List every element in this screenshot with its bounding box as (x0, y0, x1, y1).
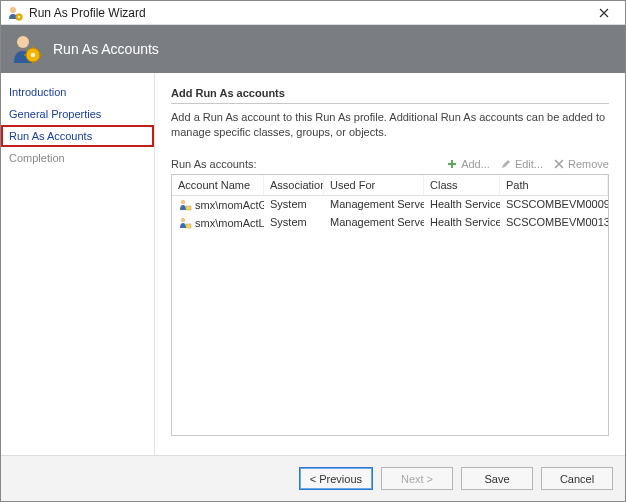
wizard-sidebar: Introduction General Properties Run As A… (1, 73, 155, 455)
accounts-toolbar: Run As accounts: Add... Edit... (171, 158, 609, 170)
svg-point-5 (31, 53, 35, 57)
cell-account: smx\momActLowG (195, 217, 264, 229)
wizard-step-title: Run As Accounts (53, 41, 159, 57)
cell-path: SCSCOMBEVM00099.sm (500, 196, 608, 214)
table-row[interactable]: smx\momActGMSA$ System Management Server… (172, 196, 608, 214)
svg-rect-15 (186, 224, 191, 228)
plus-icon (446, 158, 458, 170)
sidebar-item-introduction[interactable]: Introduction (1, 81, 154, 103)
col-account-name[interactable]: Account Name (172, 175, 264, 195)
sidebar-item-completion[interactable]: Completion (1, 147, 154, 169)
content-description: Add a Run As account to this Run As prof… (171, 110, 609, 140)
app-icon (7, 5, 23, 21)
cell-used-for: Management Server (324, 214, 424, 232)
svg-point-0 (10, 7, 16, 13)
previous-button[interactable]: < Previous (299, 467, 373, 490)
x-icon (553, 158, 565, 170)
cell-class: Health Service (424, 196, 500, 214)
account-icon (178, 198, 192, 212)
sidebar-item-run-as-accounts[interactable]: Run As Accounts (1, 125, 154, 147)
content-heading: Add Run As accounts (171, 87, 609, 104)
remove-button[interactable]: Remove (553, 158, 609, 170)
edit-label: Edit... (515, 158, 543, 170)
add-label: Add... (461, 158, 490, 170)
wizard-header: Run As Accounts (1, 25, 625, 73)
cell-account: smx\momActGMSA$ (195, 199, 264, 211)
svg-rect-11 (448, 163, 456, 165)
col-association[interactable]: Association (264, 175, 324, 195)
wizard-content: Add Run As accounts Add a Run As account… (155, 73, 625, 455)
cancel-button[interactable]: Cancel (541, 467, 613, 490)
edit-button[interactable]: Edit... (500, 158, 543, 170)
sidebar-item-general-properties[interactable]: General Properties (1, 103, 154, 125)
close-button[interactable] (589, 3, 619, 23)
pencil-icon (500, 158, 512, 170)
svg-rect-13 (186, 206, 191, 210)
cell-association: System (264, 214, 324, 232)
wizard-body: Introduction General Properties Run As A… (1, 73, 625, 455)
svg-point-12 (181, 199, 185, 203)
add-button[interactable]: Add... (446, 158, 490, 170)
account-icon (178, 216, 192, 230)
cell-used-for: Management Server (324, 196, 424, 214)
col-class[interactable]: Class (424, 175, 500, 195)
remove-label: Remove (568, 158, 609, 170)
col-used-for[interactable]: Used For (324, 175, 424, 195)
svg-point-3 (17, 36, 29, 48)
cell-association: System (264, 196, 324, 214)
cell-class: Health Service (424, 214, 500, 232)
table-header: Account Name Association Used For Class … (172, 175, 608, 196)
svg-point-14 (181, 217, 185, 221)
window-title: Run As Profile Wizard (29, 6, 589, 20)
accounts-table: Account Name Association Used For Class … (171, 174, 609, 436)
col-path[interactable]: Path (500, 175, 608, 195)
accounts-label: Run As accounts: (171, 158, 436, 170)
user-gear-icon (11, 33, 43, 65)
wizard-footer: < Previous Next > Save Cancel (1, 455, 625, 501)
cell-path: SCSCOMBEVM00134.sm (500, 214, 608, 232)
wizard-window: Run As Profile Wizard (0, 0, 626, 502)
table-row[interactable]: smx\momActLowG System Management Server … (172, 214, 608, 232)
save-button[interactable]: Save (461, 467, 533, 490)
next-button[interactable]: Next > (381, 467, 453, 490)
titlebar: Run As Profile Wizard (1, 1, 625, 25)
svg-point-2 (18, 15, 20, 17)
